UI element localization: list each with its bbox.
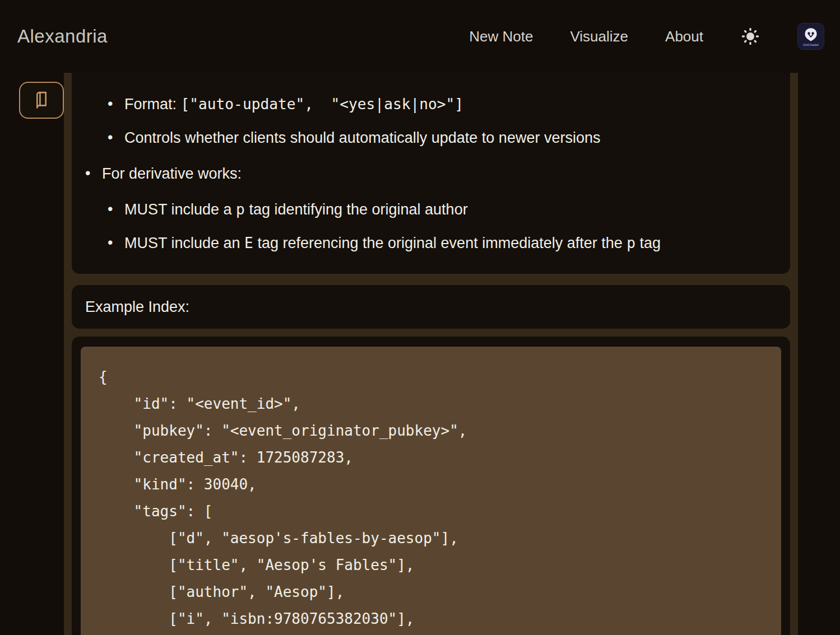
header-nav: New Note Visualize About [469,23,824,50]
text-run: tag referencing the original event immed… [253,235,626,251]
text-run: MUST include an [124,235,244,251]
nav-new-note[interactable]: New Note [469,28,533,45]
format-code: ["auto-update", "<yes|ask|no>"] [181,96,464,113]
rules-sublist-top: Format: ["auto-update", "<yes|ask|no>"] … [86,94,776,148]
json-code-block: { "id": "<event_id>", "pubkey": "<event_… [81,347,781,635]
rules-sublist-derivative: MUST include a p tag identifying the ori… [102,199,776,253]
list-item: For derivative works: MUST include a p t… [102,164,776,253]
example-heading-card: Example Index: [72,285,790,329]
nav-about[interactable]: About [665,28,703,45]
app-title[interactable]: Alexandria [17,26,108,47]
p-tag-code: p [236,201,245,218]
content-panel: Format: ["auto-update", "<yes|ask|no>"] … [64,73,798,635]
list-item: Format: ["auto-update", "<yes|ask|no>"] [124,94,776,114]
json-code-text: { "id": "<event_id>", "pubkey": "<event_… [99,363,768,632]
example-heading: Example Index: [85,298,189,315]
format-label: Format: [124,96,181,113]
list-item: MUST include a p tag identifying the ori… [124,199,776,220]
text-run: tag [635,235,661,251]
spec-rules-card: Format: ["auto-update", "<yes|ask|no>"] … [72,73,790,274]
example-code-card: { "id": "<event_id>", "pubkey": "<event_… [72,337,790,635]
gitcitadel-logo-icon: GitCitadel [798,24,824,49]
derivative-heading: For derivative works: [102,165,242,182]
rules-list: For derivative works: MUST include a p t… [86,164,776,253]
theme-toggle-button[interactable] [740,26,760,46]
p-tag-code: p [626,235,635,251]
gitcitadel-logo[interactable]: GitCitadel [797,23,824,50]
nav-visualize[interactable]: Visualize [570,28,628,45]
list-item: Controls whether clients should automati… [124,128,776,148]
text-run: MUST include a [124,201,236,218]
top-nav: Alexandria New Note Visualize About [0,0,840,73]
sun-icon [740,40,760,48]
book-icon [31,90,52,111]
list-item: MUST include an E tag referencing the or… [124,233,776,253]
text-run: tag identifying the original author [245,201,468,218]
e-tag-code: E [244,235,253,251]
toc-book-button[interactable] [19,82,64,119]
svg-text:GitCitadel: GitCitadel [803,43,819,46]
